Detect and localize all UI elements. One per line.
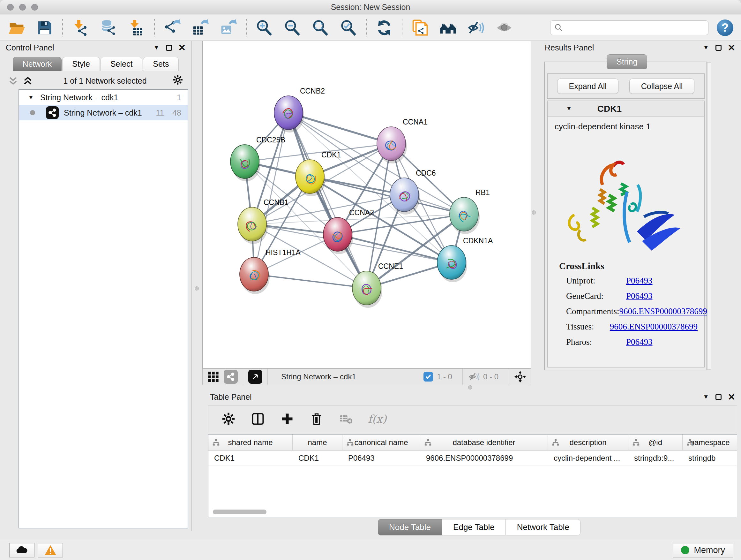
tab-sets[interactable]: Sets — [143, 57, 179, 71]
first-neighbors-button[interactable] — [439, 19, 457, 37]
network-view-mode-icon[interactable] — [224, 370, 238, 384]
network-node-ccna1[interactable]: CCNA1 — [377, 118, 428, 164]
node-table[interactable]: shared namenamecanonical namedatabase id… — [208, 434, 737, 517]
cloud-status-button[interactable] — [9, 543, 35, 557]
network-node-ccnb2[interactable]: CCNB2 — [274, 87, 325, 132]
network-row[interactable]: String Network – cdk1 11 48 — [19, 105, 188, 120]
panel-menu-icon[interactable]: ▼ — [703, 44, 709, 51]
panel-menu-icon[interactable]: ▼ — [703, 393, 709, 400]
import-network-database-button[interactable] — [99, 19, 118, 37]
column-header-label: canonical name — [354, 438, 408, 447]
show-all-button[interactable] — [495, 19, 513, 37]
save-session-button[interactable] — [36, 19, 54, 37]
grid-view-icon[interactable] — [207, 371, 219, 383]
bottom-splitter-handle[interactable] — [468, 385, 472, 389]
open-session-button[interactable] — [8, 19, 25, 37]
crosslink-link[interactable]: 9606.ENSP00000378699 — [619, 307, 707, 316]
column-header-name[interactable]: name — [293, 435, 342, 450]
protein-section-header[interactable]: ▼ CDK1 — [548, 101, 704, 117]
search-input[interactable] — [566, 23, 704, 33]
zoom-in-button[interactable] — [255, 19, 273, 37]
disclosure-triangle-icon[interactable]: ▼ — [28, 94, 34, 101]
float-panel-icon[interactable] — [716, 45, 722, 51]
tab-node-table[interactable]: Node Table — [378, 519, 442, 536]
import-table-button[interactable] — [128, 19, 145, 37]
zoom-window-icon[interactable] — [31, 4, 38, 10]
column-header-description[interactable]: description — [548, 435, 628, 450]
create-column-icon[interactable] — [280, 412, 294, 426]
export-image-button[interactable] — [219, 19, 238, 37]
results-scrollbar[interactable] — [707, 62, 711, 370]
birdseye-view-icon[interactable] — [248, 370, 262, 384]
export-table-button[interactable] — [192, 19, 209, 37]
disclosure-triangle-icon[interactable]: ▼ — [566, 105, 572, 112]
crosslink-label: Tissues: — [559, 322, 610, 332]
table-options-gear-icon[interactable] — [221, 412, 236, 426]
network-node-rb1[interactable]: RB1 — [450, 188, 490, 234]
collapse-all-button[interactable]: Collapse All — [629, 78, 695, 94]
node-label: CCNA2 — [349, 208, 374, 217]
tab-network-table[interactable]: Network Table — [506, 519, 581, 536]
minimize-window-icon[interactable] — [19, 4, 26, 10]
close-panel-icon[interactable]: ✕ — [179, 43, 186, 53]
selected-nodes-checkbox[interactable] — [423, 372, 433, 381]
tab-edge-table[interactable]: Edge Table — [442, 519, 506, 536]
collapse-all-chevron-icon[interactable] — [8, 76, 18, 85]
float-panel-icon[interactable] — [716, 394, 722, 400]
warning-status-button[interactable] — [38, 543, 63, 557]
zoom-fit-button[interactable] — [312, 19, 329, 37]
network-node-cdk1[interactable]: CDK1 — [295, 151, 341, 196]
column-header-database-identifier[interactable]: database identifier — [420, 435, 548, 450]
search-box[interactable] — [550, 20, 709, 35]
zoom-out-button[interactable] — [283, 19, 301, 37]
float-panel-icon[interactable] — [166, 45, 172, 51]
close-panel-icon[interactable]: ✕ — [728, 43, 735, 53]
crosslink-link[interactable]: P06493 — [626, 337, 653, 347]
network-node-cdkn1a[interactable]: CDKN1A — [437, 237, 493, 282]
help-button[interactable]: ? — [717, 19, 733, 36]
tab-string[interactable]: String — [607, 54, 647, 69]
import-network-button[interactable] — [71, 19, 89, 37]
tab-style[interactable]: Style — [62, 57, 100, 71]
column-header-namespace[interactable]: namespace — [683, 435, 737, 450]
network-edge[interactable] — [288, 113, 367, 288]
delete-column-trash-icon[interactable] — [309, 412, 324, 426]
export-network-button[interactable] — [163, 19, 181, 37]
column-header-canonical-name[interactable]: canonical name — [342, 435, 420, 450]
column-header--id[interactable]: @id — [628, 435, 683, 450]
crosslink-link[interactable]: 9606.ENSP00000378699 — [610, 322, 697, 332]
hide-selected-button[interactable] — [467, 19, 485, 37]
expand-all-chevron-icon[interactable] — [23, 76, 32, 85]
network-collection-row[interactable]: ▼ String Network – cdk1 1 — [19, 90, 188, 105]
network-node-ccnb1[interactable]: CCNB1 — [238, 198, 288, 244]
zoom-selected-button[interactable] — [340, 19, 357, 37]
network-node-ccne1[interactable]: CCNE1 — [352, 262, 403, 308]
network-options-gear-icon[interactable] — [172, 74, 183, 87]
window-traffic-lights — [7, 4, 38, 10]
left-splitter-handle[interactable] — [195, 287, 199, 291]
tab-network[interactable]: Network — [13, 57, 62, 71]
expand-all-button[interactable]: Expand All — [557, 78, 618, 94]
network-node-cdc25b[interactable]: CDC25B — [230, 136, 285, 181]
network-node-hist1h1a[interactable]: HIST1H1A — [240, 248, 301, 294]
memory-button[interactable]: Memory — [673, 543, 733, 557]
tab-select[interactable]: Select — [100, 57, 142, 71]
move-crosshair-icon[interactable] — [514, 371, 526, 383]
network-graph[interactable]: CCNB2CCNA1CDC25BCDK1CDC6RB1CCNB1CCNA2CDK… — [203, 41, 531, 368]
node-label: CCNB1 — [264, 198, 288, 206]
refresh-button[interactable] — [375, 19, 393, 37]
table-row[interactable]: CDK1CDK1P064939606.ENSP00000378699cyclin… — [208, 450, 737, 466]
crosslink-link[interactable]: P06493 — [626, 276, 653, 286]
network-canvas[interactable]: CCNB2CCNA1CDC25BCDK1CDC6RB1CCNB1CCNA2CDK… — [202, 41, 531, 368]
close-window-icon[interactable] — [7, 4, 14, 10]
right-splitter-handle[interactable] — [532, 210, 536, 214]
column-model-icon — [212, 439, 220, 446]
clone-network-button[interactable] — [411, 19, 429, 37]
show-columns-icon[interactable] — [251, 412, 265, 426]
crosslink-link[interactable]: P06493 — [626, 291, 653, 301]
network-edge[interactable] — [254, 274, 367, 288]
panel-menu-icon[interactable]: ▼ — [153, 44, 159, 51]
close-panel-icon[interactable]: ✕ — [728, 392, 735, 402]
table-horizontal-scrollbar[interactable] — [213, 509, 266, 514]
column-header-shared-name[interactable]: shared name — [208, 435, 293, 450]
